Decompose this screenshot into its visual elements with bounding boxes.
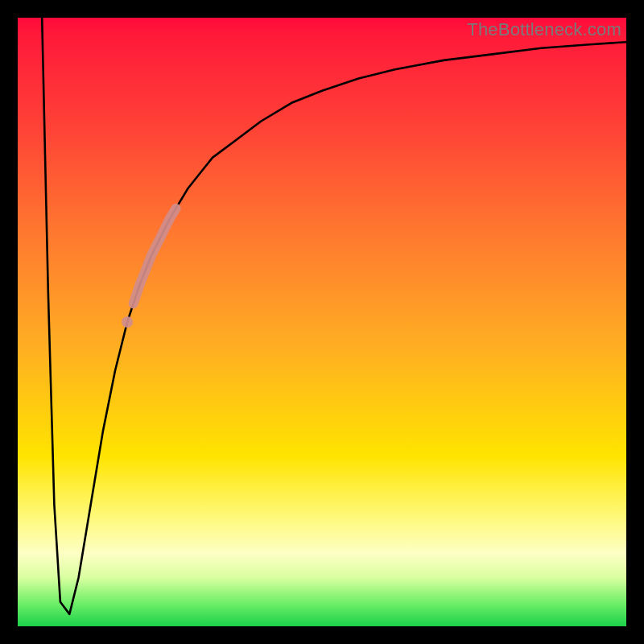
plot-area: TheBottleneck.com [18,18,626,626]
bottleneck-curve [42,18,626,614]
curve-highlight-segment [134,208,176,303]
chart-svg [18,18,626,626]
curve-highlight-dot [122,316,133,328]
chart-frame: TheBottleneck.com [0,0,644,644]
